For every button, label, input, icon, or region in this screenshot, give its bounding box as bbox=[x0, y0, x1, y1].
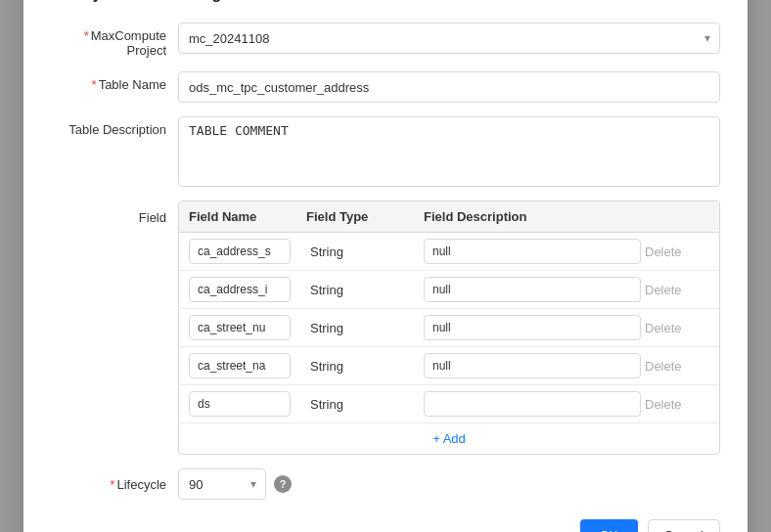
lifecycle-select[interactable]: 90 bbox=[178, 468, 266, 500]
field-name-input-2[interactable] bbox=[189, 315, 291, 340]
maxcompute-project-label: *MaxCompute Project bbox=[51, 22, 178, 58]
delete-button-4[interactable]: Delete bbox=[641, 395, 686, 414]
field-desc-input-3[interactable] bbox=[424, 353, 641, 378]
header-field-name: Field Name bbox=[189, 209, 306, 224]
modal-footer: OK Cancel bbox=[51, 519, 720, 532]
field-type-0: String bbox=[306, 244, 424, 259]
add-row-section: + Add bbox=[179, 422, 719, 454]
delete-button-2[interactable]: Delete bbox=[641, 319, 686, 337]
field-name-input-1[interactable] bbox=[189, 277, 291, 302]
table-row: String Delete bbox=[179, 347, 719, 385]
table-name-input[interactable] bbox=[178, 71, 720, 103]
field-label: Field bbox=[51, 200, 178, 225]
table-row: String Delete bbox=[179, 385, 719, 422]
field-section: Field Field Name Field Type Field Descri… bbox=[51, 200, 720, 455]
maxcompute-project-row: *MaxCompute Project mc_20241108 ▾ bbox=[51, 22, 720, 58]
lifecycle-row: *Lifecycle 90 ▾ ? bbox=[51, 468, 720, 500]
delete-button-0[interactable]: Delete bbox=[641, 243, 686, 261]
modal-title: Modify the field settings dimension tabl… bbox=[51, 0, 720, 3]
ok-button[interactable]: OK bbox=[580, 519, 638, 532]
field-type-1: String bbox=[306, 283, 424, 297]
field-type-4: String bbox=[306, 397, 424, 412]
field-desc-input-1[interactable] bbox=[424, 277, 641, 302]
table-row: String Delete bbox=[179, 309, 719, 347]
maxcompute-project-select-wrapper: mc_20241108 ▾ bbox=[178, 22, 720, 54]
lifecycle-label: *Lifecycle bbox=[51, 477, 178, 492]
header-field-type: Field Type bbox=[306, 209, 424, 224]
add-field-button[interactable]: + Add bbox=[432, 431, 466, 446]
maxcompute-project-select[interactable]: mc_20241108 bbox=[178, 22, 720, 54]
modal-container: Modify the field settings dimension tabl… bbox=[23, 0, 748, 532]
field-table-header: Field Name Field Type Field Description bbox=[179, 201, 719, 233]
lifecycle-select-wrapper: 90 ▾ bbox=[178, 468, 266, 500]
required-star-2: * bbox=[92, 77, 97, 92]
delete-button-3[interactable]: Delete bbox=[641, 357, 686, 376]
required-star: * bbox=[84, 28, 89, 43]
field-name-input-4[interactable] bbox=[189, 391, 291, 417]
table-description-label: Table Description bbox=[51, 116, 178, 137]
help-icon[interactable]: ? bbox=[274, 475, 292, 493]
field-name-input-3[interactable] bbox=[189, 353, 291, 378]
table-description-row: Table Description TABLE COMMENT bbox=[51, 116, 720, 187]
field-desc-input-2[interactable] bbox=[424, 315, 641, 340]
table-name-row: *Table Name bbox=[51, 71, 720, 103]
field-name-input-0[interactable] bbox=[189, 239, 291, 264]
field-desc-input-0[interactable] bbox=[424, 239, 641, 264]
table-description-textarea[interactable]: TABLE COMMENT bbox=[178, 116, 720, 187]
field-rows-container: String Delete String Delete String bbox=[179, 233, 719, 422]
table-row: String Delete bbox=[179, 271, 719, 309]
cancel-button[interactable]: Cancel bbox=[648, 519, 720, 532]
field-table: Field Name Field Type Field Description … bbox=[178, 200, 720, 455]
required-star-3: * bbox=[110, 477, 114, 492]
field-type-3: String bbox=[306, 359, 424, 374]
field-desc-input-4[interactable] bbox=[424, 391, 641, 417]
table-row: String Delete bbox=[179, 233, 719, 271]
table-name-label: *Table Name bbox=[51, 71, 178, 92]
delete-button-1[interactable]: Delete bbox=[641, 281, 686, 299]
field-type-2: String bbox=[306, 321, 424, 335]
header-actions bbox=[641, 209, 709, 224]
header-field-description: Field Description bbox=[424, 209, 641, 224]
